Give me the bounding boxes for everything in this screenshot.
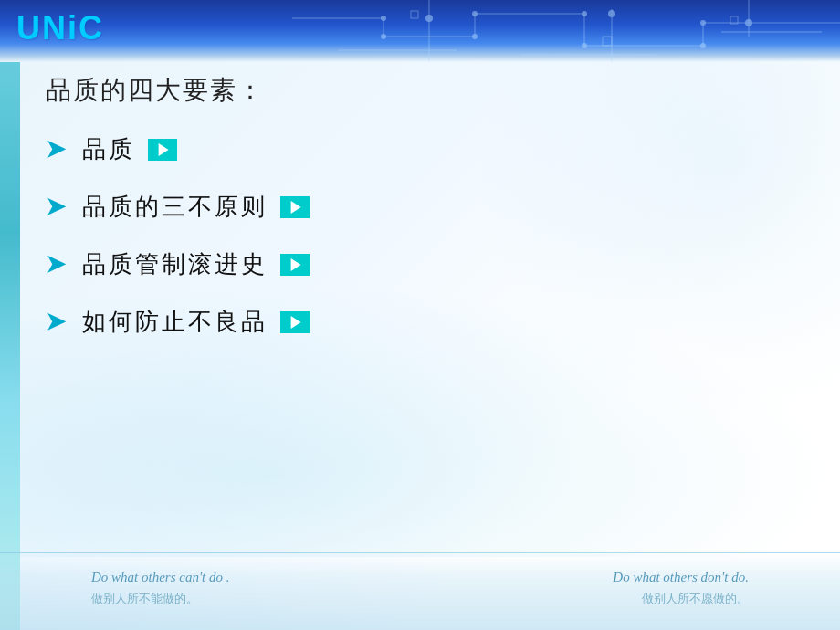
chevron-icon: ➤ [46, 135, 66, 163]
svg-point-16 [381, 34, 386, 39]
svg-point-15 [381, 16, 386, 21]
bullet-list: ➤ 品质 ➤ 品质的三不原则 ➤ 品质管制滚进史 ➤ 如何防止不良品 [37, 133, 822, 338]
play-button-1[interactable] [148, 139, 177, 161]
footer-row1: Do what others can't do . Do what others… [0, 553, 840, 589]
list-item: ➤ 如何防止不良品 [46, 306, 822, 338]
svg-point-25 [745, 19, 752, 26]
footer-row2: 做别人所不能做的。 做别人所不愿做的。 [0, 589, 840, 607]
chevron-icon: ➤ [46, 193, 66, 221]
footer-text-right-cn: 做别人所不愿做的。 [642, 591, 749, 607]
svg-rect-26 [411, 11, 418, 18]
list-item: ➤ 品质 [46, 133, 822, 165]
list-item: ➤ 品质的三不原则 [46, 191, 822, 223]
bullet-text: 品质的三不原则 [82, 191, 268, 223]
svg-point-23 [425, 15, 433, 22]
svg-point-20 [582, 43, 587, 48]
footer: Do what others can't do . Do what others… [0, 552, 840, 630]
bullet-text: 品质 [82, 133, 135, 165]
bullet-text: 品质管制滚进史 [82, 248, 268, 280]
circuit-svg [292, 0, 840, 62]
footer-text-left-cn: 做别人所不能做的。 [91, 591, 198, 607]
bullet-text: 如何防止不良品 [82, 306, 268, 338]
play-button-3[interactable] [280, 254, 310, 276]
svg-point-18 [472, 11, 478, 16]
svg-point-19 [582, 11, 587, 16]
main-content: 品质的四大要素： ➤ 品质 ➤ 品质的三不原则 ➤ 品质管制滚进史 ➤ 如何防止… [37, 73, 822, 548]
chevron-icon: ➤ [46, 250, 66, 278]
play-button-4[interactable] [280, 311, 310, 333]
svg-point-17 [472, 34, 478, 39]
footer-text-left-en: Do what others can't do . [91, 570, 230, 585]
svg-point-22 [700, 20, 706, 26]
header-bar [0, 0, 840, 62]
footer-text-right-en: Do what others don't do. [613, 570, 749, 585]
svg-point-21 [700, 43, 706, 48]
svg-rect-27 [603, 37, 612, 46]
chevron-icon: ➤ [46, 308, 66, 336]
logo: UNiC [16, 9, 104, 47]
play-button-2[interactable] [280, 196, 310, 218]
header-circuit [292, 0, 840, 62]
svg-point-24 [608, 10, 615, 17]
left-accent-bar [0, 62, 20, 630]
slide: UNiC 品质的四大要素： ➤ 品质 ➤ 品质的三不原则 ➤ 品质管制滚进史 ➤… [0, 0, 840, 630]
list-item: ➤ 品质管制滚进史 [46, 248, 822, 280]
main-title: 品质的四大要素： [46, 73, 822, 108]
